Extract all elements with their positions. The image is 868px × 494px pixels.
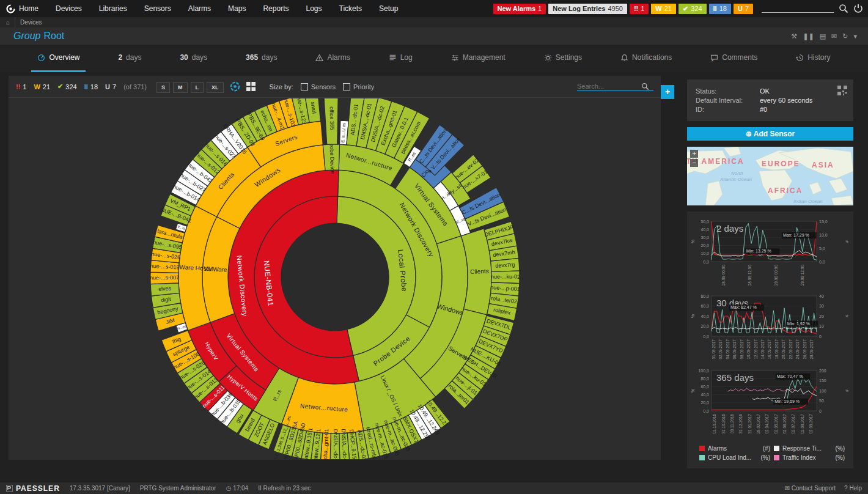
tab-alarms[interactable]: Alarms: [309, 45, 356, 72]
wrench-icon[interactable]: ⚒: [791, 32, 797, 40]
user-label: PRTG System Administrator: [140, 485, 216, 492]
breadcrumb-item[interactable]: Devices: [20, 19, 42, 26]
tab-management[interactable]: Management: [445, 45, 512, 72]
badge-new-alarms[interactable]: New Alarms1: [493, 4, 546, 14]
badge-new-log-entries[interactable]: New Log Entries4950: [548, 4, 627, 14]
sunburst-segment-label: nue-...ku-02: [491, 274, 520, 280]
sunburst-chart[interactable]: Local ProbeNUE-NB-041Network DiscoveryPr…: [9, 98, 661, 459]
svg-text:40,0: 40,0: [701, 393, 709, 397]
refresh-icon[interactable]: ↻: [842, 32, 848, 40]
svg-text:50: 50: [819, 399, 824, 403]
tree-search-input[interactable]: [577, 83, 641, 90]
size-button-s[interactable]: S: [156, 82, 170, 93]
tab-days[interactable]: 2days: [112, 45, 147, 72]
pause-icon[interactable]: ❚❚: [803, 32, 814, 40]
svg-text:0: 0: [819, 334, 822, 339]
nav-item-devices[interactable]: Devices: [47, 0, 90, 17]
count-18[interactable]: II18: [84, 83, 98, 90]
qr-code-icon[interactable]: [837, 86, 847, 95]
size-button-l[interactable]: L: [191, 82, 204, 93]
tab-log[interactable]: Log: [383, 45, 419, 72]
svg-text:31.01.2017: 31.01.2017: [748, 414, 752, 434]
svg-text:10: 10: [819, 324, 824, 328]
svg-text:02.09.2017: 02.09.2017: [809, 414, 813, 434]
mini-graph-2-days[interactable]: 50,040,030,020,010,00,015,010,05,00,0%#2…: [687, 215, 853, 287]
search-icon[interactable]: [839, 4, 848, 13]
svg-text:0: 0: [819, 409, 822, 413]
geo-map[interactable]: NORTH AMERICA EUROPE ASIA AFRICA NorthAt…: [687, 147, 853, 205]
tab-comments[interactable]: Comments: [704, 45, 763, 72]
sliders-icon: [451, 54, 459, 62]
svg-text:02.09.2017: 02.09.2017: [718, 339, 723, 359]
svg-text:26.09.2017: 26.09.2017: [803, 339, 807, 359]
logout-power-icon[interactable]: [853, 4, 863, 13]
svg-text:01.10.2016: 01.10.2016: [712, 414, 716, 434]
legend-swatch: [699, 446, 705, 451]
tab-overview[interactable]: Overview: [31, 45, 86, 72]
nav-item-home[interactable]: Home: [10, 0, 47, 17]
badge-ii[interactable]: II18: [709, 4, 731, 14]
search-icon[interactable]: [641, 83, 649, 90]
log-icon: [389, 54, 397, 62]
svg-text:100: 100: [819, 389, 826, 393]
badge--[interactable]: ✔324: [679, 4, 707, 14]
nav-item-logs[interactable]: Logs: [297, 0, 330, 17]
tab-days[interactable]: 365days: [240, 45, 283, 72]
warn-icon: [315, 54, 323, 62]
add-object-button[interactable]: +: [661, 85, 674, 99]
sunburst-view-icon[interactable]: [230, 81, 240, 92]
svg-text:20.09.2017: 20.09.2017: [781, 339, 785, 359]
nav-item-tickets[interactable]: Tickets: [331, 0, 371, 17]
sunburst-segment-label: Clients: [470, 268, 489, 275]
svg-text:#: #: [845, 315, 849, 317]
sensors-checkbox[interactable]: [301, 83, 308, 90]
svg-text:365 days: 365 days: [716, 372, 754, 383]
size-button-m[interactable]: M: [173, 82, 188, 93]
refresh-countdown[interactable]: II Refresh in 23 sec: [258, 485, 311, 492]
tab-history[interactable]: History: [790, 45, 836, 72]
footer: PAESSLER 17.3.35.3017 [Canary] PRTG Syst…: [0, 482, 868, 494]
svg-text:06.09.2017: 06.09.2017: [732, 339, 737, 359]
size-button-xl[interactable]: XL: [207, 82, 224, 93]
nav-item-alarms[interactable]: Alarms: [180, 0, 219, 17]
mini-graph-30-days[interactable]: 80,060,040,020,00,0403020100%#31.08.2017…: [687, 290, 853, 362]
contact-support-link[interactable]: ✉ Contact Support: [785, 485, 836, 492]
nav-item-setup[interactable]: Setup: [370, 0, 406, 17]
badge--[interactable]: !!1: [630, 4, 649, 14]
mail-icon[interactable]: ✉: [831, 32, 837, 40]
svg-text:60,0: 60,0: [701, 385, 709, 389]
svg-text:#: #: [845, 240, 849, 243]
global-search-input[interactable]: [762, 4, 834, 13]
info-row: Status:OK: [696, 87, 845, 95]
mini-graph-365-days[interactable]: 100,080,060,040,020,00,0200150100500%#01…: [687, 364, 853, 437]
priority-checkbox[interactable]: [343, 83, 350, 90]
svg-text:+: +: [693, 150, 696, 157]
svg-text:%: %: [691, 240, 695, 243]
page-title: GroupRoot: [13, 31, 64, 42]
count-324[interactable]: ✔324: [57, 83, 77, 90]
nav-item-libraries[interactable]: Libraries: [90, 0, 136, 17]
count-1[interactable]: !!1: [16, 83, 26, 90]
tiles-view-icon[interactable]: [246, 82, 256, 91]
svg-text:20,0: 20,0: [701, 243, 709, 248]
nav-item-sensors[interactable]: Sensors: [136, 0, 180, 17]
count-21[interactable]: W21: [34, 83, 50, 90]
svg-text:02.04.2017: 02.04.2017: [765, 414, 769, 434]
sensor-total: (of 371): [123, 83, 147, 90]
tab-notifications[interactable]: Notifications: [614, 45, 678, 72]
add-sensor-button[interactable]: ⊕ Add Sensor: [687, 127, 853, 141]
svg-text:14.09.2017: 14.09.2017: [760, 339, 765, 359]
status-info-panel: Status:OKDefault Interval:every 60 secon…: [687, 79, 853, 121]
report-icon[interactable]: ▤: [820, 32, 826, 40]
tab-settings[interactable]: Settings: [538, 45, 588, 72]
svg-text:Max: 70,47 %: Max: 70,47 %: [777, 374, 803, 378]
help-link[interactable]: ? Help: [844, 485, 862, 492]
nav-item-maps[interactable]: Maps: [219, 0, 254, 17]
home-icon[interactable]: ⌂: [6, 19, 10, 26]
caret-down-icon[interactable]: ▾: [853, 32, 857, 40]
count-7[interactable]: U7: [105, 83, 116, 90]
tab-days[interactable]: 30days: [174, 45, 213, 72]
nav-item-reports[interactable]: Reports: [254, 0, 297, 17]
badge-u[interactable]: U7: [734, 4, 753, 14]
badge-w[interactable]: W21: [651, 4, 676, 14]
